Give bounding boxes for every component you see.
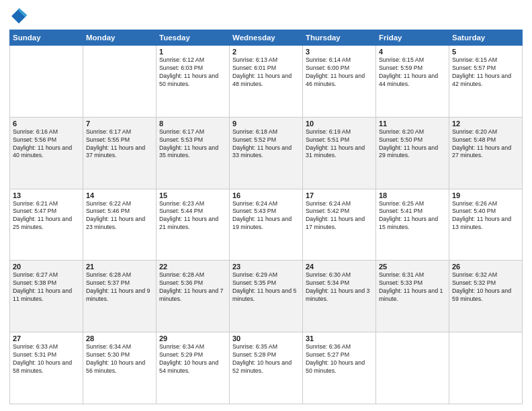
calendar-cell: 8Sunrise: 6:17 AM Sunset: 5:53 PM Daylig…: [157, 117, 230, 189]
day-info: Sunrise: 6:35 AM Sunset: 5:28 PM Dayligh…: [232, 343, 300, 375]
week-row-5: 27Sunrise: 6:33 AM Sunset: 5:31 PM Dayli…: [10, 332, 523, 404]
calendar-cell: 25Sunrise: 6:31 AM Sunset: 5:33 PM Dayli…: [376, 261, 449, 332]
day-info: Sunrise: 6:26 AM Sunset: 5:40 PM Dayligh…: [452, 200, 519, 232]
week-row-1: 1Sunrise: 6:12 AM Sunset: 6:03 PM Daylig…: [10, 46, 523, 118]
day-header-sunday: Sunday: [10, 30, 83, 46]
day-number: 30: [232, 334, 300, 342]
day-number: 8: [159, 120, 226, 128]
day-info: Sunrise: 6:33 AM Sunset: 5:31 PM Dayligh…: [13, 343, 80, 375]
header: [9, 7, 523, 26]
day-number: 27: [13, 334, 80, 342]
calendar-cell: 30Sunrise: 6:35 AM Sunset: 5:28 PM Dayli…: [230, 332, 303, 404]
day-info: Sunrise: 6:31 AM Sunset: 5:33 PM Dayligh…: [379, 271, 446, 304]
calendar-cell: 29Sunrise: 6:34 AM Sunset: 5:29 PM Dayli…: [157, 332, 230, 404]
calendar-cell: 19Sunrise: 6:26 AM Sunset: 5:40 PM Dayli…: [449, 189, 523, 261]
day-number: 3: [306, 48, 373, 56]
day-info: Sunrise: 6:19 AM Sunset: 5:51 PM Dayligh…: [306, 128, 373, 161]
day-info: Sunrise: 6:34 AM Sunset: 5:29 PM Dayligh…: [159, 343, 226, 375]
calendar-header-row: SundayMondayTuesdayWednesdayThursdayFrid…: [10, 30, 523, 46]
day-info: Sunrise: 6:24 AM Sunset: 5:43 PM Dayligh…: [232, 200, 300, 232]
day-info: Sunrise: 6:25 AM Sunset: 5:41 PM Dayligh…: [379, 200, 446, 232]
day-number: 5: [452, 48, 519, 56]
day-number: 6: [13, 120, 80, 128]
day-number: 26: [452, 263, 519, 271]
day-number: 24: [306, 263, 373, 271]
day-info: Sunrise: 6:28 AM Sunset: 5:37 PM Dayligh…: [86, 271, 153, 304]
day-info: Sunrise: 6:22 AM Sunset: 5:46 PM Dayligh…: [86, 200, 153, 232]
calendar-cell: 16Sunrise: 6:24 AM Sunset: 5:43 PM Dayli…: [230, 189, 303, 261]
day-number: 18: [379, 191, 446, 199]
calendar-cell: 6Sunrise: 6:16 AM Sunset: 5:56 PM Daylig…: [10, 117, 83, 189]
day-number: 28: [86, 334, 153, 342]
calendar-cell: 2Sunrise: 6:13 AM Sunset: 6:01 PM Daylig…: [230, 46, 303, 118]
calendar-cell: 24Sunrise: 6:30 AM Sunset: 5:34 PM Dayli…: [303, 261, 376, 332]
day-info: Sunrise: 6:17 AM Sunset: 5:53 PM Dayligh…: [159, 128, 226, 161]
calendar-cell: 3Sunrise: 6:14 AM Sunset: 6:00 PM Daylig…: [303, 46, 376, 118]
calendar-cell: 5Sunrise: 6:15 AM Sunset: 5:57 PM Daylig…: [449, 46, 523, 118]
calendar-cell: 11Sunrise: 6:20 AM Sunset: 5:50 PM Dayli…: [376, 117, 449, 189]
day-info: Sunrise: 6:36 AM Sunset: 5:27 PM Dayligh…: [306, 343, 373, 375]
day-number: 21: [86, 263, 153, 271]
day-number: 20: [13, 263, 80, 271]
day-number: 4: [379, 48, 446, 56]
calendar-cell: 1Sunrise: 6:12 AM Sunset: 6:03 PM Daylig…: [157, 46, 230, 118]
logo: [9, 7, 31, 26]
calendar-cell: 20Sunrise: 6:27 AM Sunset: 5:38 PM Dayli…: [10, 261, 83, 332]
day-info: Sunrise: 6:21 AM Sunset: 5:47 PM Dayligh…: [13, 200, 80, 232]
calendar-cell: [449, 332, 523, 404]
day-info: Sunrise: 6:17 AM Sunset: 5:55 PM Dayligh…: [86, 128, 153, 161]
calendar-cell: 31Sunrise: 6:36 AM Sunset: 5:27 PM Dayli…: [303, 332, 376, 404]
day-number: 22: [159, 263, 226, 271]
day-info: Sunrise: 6:29 AM Sunset: 5:35 PM Dayligh…: [232, 271, 300, 304]
logo-icon: [9, 7, 28, 26]
day-info: Sunrise: 6:13 AM Sunset: 6:01 PM Dayligh…: [232, 56, 300, 89]
day-header-wednesday: Wednesday: [230, 30, 303, 46]
page: SundayMondayTuesdayWednesdayThursdayFrid…: [0, 0, 532, 411]
day-number: 9: [232, 120, 300, 128]
calendar: SundayMondayTuesdayWednesdayThursdayFrid…: [9, 30, 523, 404]
calendar-cell: 4Sunrise: 6:15 AM Sunset: 5:59 PM Daylig…: [376, 46, 449, 118]
svg-marker-0: [11, 9, 26, 24]
week-row-2: 6Sunrise: 6:16 AM Sunset: 5:56 PM Daylig…: [10, 117, 523, 189]
calendar-cell: 17Sunrise: 6:24 AM Sunset: 5:42 PM Dayli…: [303, 189, 376, 261]
day-info: Sunrise: 6:15 AM Sunset: 5:59 PM Dayligh…: [379, 56, 446, 89]
day-number: 12: [452, 120, 519, 128]
day-number: 16: [232, 191, 300, 199]
calendar-cell: 27Sunrise: 6:33 AM Sunset: 5:31 PM Dayli…: [10, 332, 83, 404]
day-number: 25: [379, 263, 446, 271]
day-number: 31: [306, 334, 373, 342]
day-info: Sunrise: 6:32 AM Sunset: 5:32 PM Dayligh…: [452, 271, 519, 304]
calendar-cell: 12Sunrise: 6:20 AM Sunset: 5:48 PM Dayli…: [449, 117, 523, 189]
day-header-monday: Monday: [83, 30, 157, 46]
calendar-cell: 22Sunrise: 6:28 AM Sunset: 5:36 PM Dayli…: [157, 261, 230, 332]
day-info: Sunrise: 6:15 AM Sunset: 5:57 PM Dayligh…: [452, 56, 519, 89]
day-info: Sunrise: 6:28 AM Sunset: 5:36 PM Dayligh…: [159, 271, 226, 304]
calendar-cell: 10Sunrise: 6:19 AM Sunset: 5:51 PM Dayli…: [303, 117, 376, 189]
day-info: Sunrise: 6:30 AM Sunset: 5:34 PM Dayligh…: [306, 271, 373, 304]
calendar-cell: 13Sunrise: 6:21 AM Sunset: 5:47 PM Dayli…: [10, 189, 83, 261]
calendar-cell: 21Sunrise: 6:28 AM Sunset: 5:37 PM Dayli…: [83, 261, 157, 332]
day-info: Sunrise: 6:20 AM Sunset: 5:48 PM Dayligh…: [452, 128, 519, 161]
day-header-thursday: Thursday: [303, 30, 376, 46]
day-number: 7: [86, 120, 153, 128]
week-row-3: 13Sunrise: 6:21 AM Sunset: 5:47 PM Dayli…: [10, 189, 523, 261]
calendar-cell: 23Sunrise: 6:29 AM Sunset: 5:35 PM Dayli…: [230, 261, 303, 332]
calendar-cell: [10, 46, 83, 118]
calendar-cell: 28Sunrise: 6:34 AM Sunset: 5:30 PM Dayli…: [83, 332, 157, 404]
calendar-cell: 14Sunrise: 6:22 AM Sunset: 5:46 PM Dayli…: [83, 189, 157, 261]
day-header-friday: Friday: [376, 30, 449, 46]
day-info: Sunrise: 6:14 AM Sunset: 6:00 PM Dayligh…: [306, 56, 373, 89]
day-info: Sunrise: 6:27 AM Sunset: 5:38 PM Dayligh…: [13, 271, 80, 304]
day-info: Sunrise: 6:23 AM Sunset: 5:44 PM Dayligh…: [159, 200, 226, 232]
day-header-saturday: Saturday: [449, 30, 523, 46]
day-number: 23: [232, 263, 300, 271]
day-number: 11: [379, 120, 446, 128]
day-info: Sunrise: 6:20 AM Sunset: 5:50 PM Dayligh…: [379, 128, 446, 161]
calendar-cell: [376, 332, 449, 404]
day-info: Sunrise: 6:34 AM Sunset: 5:30 PM Dayligh…: [86, 343, 153, 375]
week-row-4: 20Sunrise: 6:27 AM Sunset: 5:38 PM Dayli…: [10, 261, 523, 332]
day-info: Sunrise: 6:18 AM Sunset: 5:52 PM Dayligh…: [232, 128, 300, 161]
day-number: 13: [13, 191, 80, 199]
calendar-cell: 26Sunrise: 6:32 AM Sunset: 5:32 PM Dayli…: [449, 261, 523, 332]
calendar-cell: 9Sunrise: 6:18 AM Sunset: 5:52 PM Daylig…: [230, 117, 303, 189]
